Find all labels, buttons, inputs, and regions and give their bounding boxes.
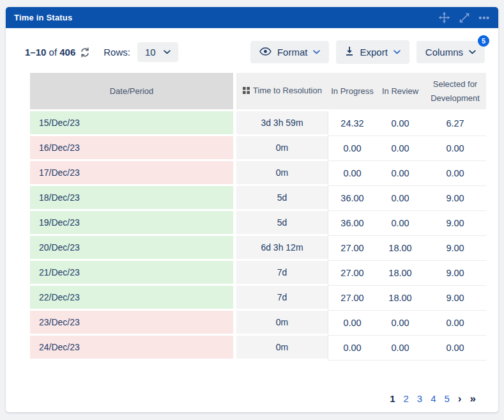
chevron-down-icon [164, 50, 171, 54]
ttr-cell: 0m [233, 161, 328, 186]
column-header-in-review[interactable]: In Review [376, 73, 424, 111]
selected-cell: 0.00 [424, 311, 486, 336]
selected-cell: 9.00 [424, 236, 486, 261]
ttr-cell: 7d [233, 261, 328, 286]
pagination: 1 2 3 4 5 › » [390, 393, 476, 404]
rows-per-page: Rows: 10 [103, 42, 178, 62]
in-review-cell: 0.00 [376, 111, 424, 136]
more-icon[interactable]: ••• [478, 15, 490, 21]
ttr-cell: 7d [233, 286, 328, 311]
date-cell: 15/Dec/23 [30, 111, 233, 136]
in-review-cell: 0.00 [376, 211, 424, 236]
ttr-cell: 0m [233, 336, 328, 361]
column-header-in-progress[interactable]: In Progress [328, 73, 376, 111]
in-progress-cell: 0.00 [328, 311, 376, 336]
chevron-down-icon [313, 50, 320, 54]
in-progress-cell: 36.00 [328, 186, 376, 211]
page-link-2[interactable]: 2 [403, 393, 408, 404]
selected-cell: 0.00 [424, 136, 486, 161]
refresh-icon[interactable] [80, 47, 90, 58]
widget-title: Time in Status [14, 13, 438, 22]
in-progress-cell: 27.00 [328, 236, 376, 261]
in-progress-cell: 27.00 [328, 261, 376, 286]
table-row: 24/Dec/23 0m 0.00 0.00 0.00 [30, 336, 486, 361]
page-link-4[interactable]: 4 [431, 393, 436, 404]
selected-cell: 9.00 [424, 261, 486, 286]
selected-cell: 9.00 [424, 211, 486, 236]
format-button[interactable]: Format [250, 41, 330, 63]
ttr-cell: 0m [233, 136, 328, 161]
export-button[interactable]: Export [336, 40, 409, 64]
chevron-down-icon [393, 50, 401, 54]
ttr-cell: 6d 3h 12m [233, 236, 328, 261]
date-cell: 22/Dec/23 [30, 286, 233, 311]
selected-cell: 6.27 [424, 111, 486, 136]
widget-header-actions: ••• [438, 12, 490, 24]
table-row: 17/Dec/23 0m 0.00 0.00 0.00 [30, 161, 486, 186]
table-row: 18/Dec/23 5d 36.00 0.00 9.00 [30, 186, 486, 211]
chevron-down-icon [469, 50, 476, 54]
status-table: Date/Period Time to Resolution In Progre… [30, 73, 475, 361]
rows-select-value: 10 [145, 47, 156, 58]
column-header-time-to-resolution[interactable]: Time to Resolution [233, 73, 328, 111]
time-in-status-widget: Time in Status ••• [6, 7, 498, 412]
eye-icon [259, 47, 271, 58]
rows-label: Rows: [103, 47, 130, 58]
table-row: 22/Dec/23 7d 27.00 18.00 9.00 [30, 286, 486, 311]
move-icon[interactable] [438, 12, 450, 24]
in-progress-cell: 0.00 [328, 136, 376, 161]
table-row: 15/Dec/23 3d 3h 59m 24.32 0.00 6.27 [30, 111, 486, 136]
export-button-label: Export [360, 47, 387, 58]
format-button-label: Format [277, 47, 308, 58]
table-row: 23/Dec/23 0m 0.00 0.00 0.00 [30, 311, 486, 336]
date-cell: 19/Dec/23 [30, 211, 233, 236]
selected-cell: 0.00 [424, 336, 486, 361]
page-link-3[interactable]: 3 [417, 393, 422, 404]
toolbar: 1–10 of 406 Rows: 10 [6, 28, 498, 64]
table-row: 16/Dec/23 0m 0.00 0.00 0.00 [30, 136, 486, 161]
date-cell: 23/Dec/23 [30, 311, 233, 336]
ttr-cell: 3d 3h 59m [233, 111, 328, 136]
date-cell: 24/Dec/23 [30, 336, 233, 361]
rows-select[interactable]: 10 [137, 42, 178, 62]
next-page-icon[interactable]: › [458, 393, 462, 404]
in-review-cell: 0.00 [376, 161, 424, 186]
widget-header: Time in Status ••• [6, 7, 498, 28]
columns-button[interactable]: Columns 5 [416, 41, 485, 63]
download-icon [345, 46, 354, 58]
date-cell: 20/Dec/23 [30, 236, 233, 261]
in-progress-cell: 0.00 [328, 336, 376, 361]
in-review-cell: 18.00 [376, 236, 424, 261]
grid-icon [243, 84, 250, 98]
in-progress-cell: 36.00 [328, 211, 376, 236]
result-count: 1–10 of 406 [25, 47, 90, 58]
date-cell: 16/Dec/23 [30, 136, 233, 161]
date-cell: 17/Dec/23 [30, 161, 233, 186]
ttr-cell: 5d [233, 186, 328, 211]
table-row: 19/Dec/23 5d 36.00 0.00 9.00 [30, 211, 486, 236]
in-review-cell: 0.00 [376, 136, 424, 161]
column-header-selected-for-development[interactable]: Selected for Development [424, 73, 486, 111]
expand-icon[interactable] [459, 13, 470, 23]
in-progress-cell: 27.00 [328, 286, 376, 311]
selected-cell: 9.00 [424, 286, 486, 311]
in-review-cell: 0.00 [376, 311, 424, 336]
table-row: 21/Dec/23 7d 27.00 18.00 9.00 [30, 261, 486, 286]
page-current[interactable]: 1 [390, 393, 395, 404]
in-review-cell: 0.00 [376, 336, 424, 361]
range-text: 1–10 [25, 47, 46, 58]
of-label: of [49, 47, 57, 58]
column-header-date-period[interactable]: Date/Period [30, 73, 233, 111]
in-review-cell: 18.00 [376, 261, 424, 286]
table-row: 20/Dec/23 6d 3h 12m 27.00 18.00 9.00 [30, 236, 486, 261]
selected-cell: 0.00 [424, 161, 486, 186]
selected-cell: 9.00 [424, 186, 486, 211]
last-page-icon[interactable]: » [470, 393, 476, 404]
in-review-cell: 0.00 [376, 186, 424, 211]
page-link-5[interactable]: 5 [445, 393, 450, 404]
in-progress-cell: 24.32 [328, 111, 376, 136]
date-cell: 18/Dec/23 [30, 186, 233, 211]
in-progress-cell: 0.00 [328, 161, 376, 186]
in-review-cell: 18.00 [376, 286, 424, 311]
ttr-cell: 0m [233, 311, 328, 336]
